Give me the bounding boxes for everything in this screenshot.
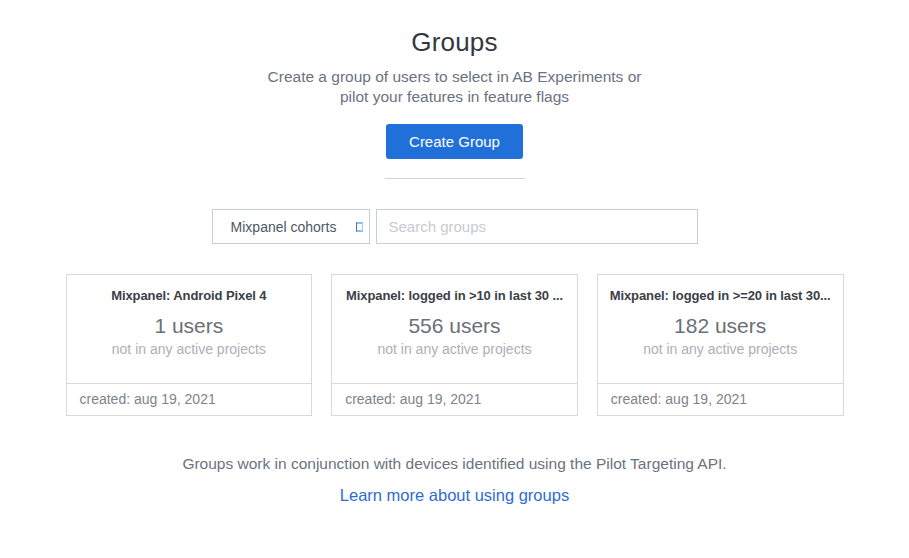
page-subtitle: Create a group of users to select in AB … [0,67,909,107]
divider [385,178,525,179]
group-card-title: Mixpanel: logged in >10 in last 30 ... [332,288,577,303]
group-card-body: Mixpanel: Android Pixel 4 1 users not in… [67,275,312,383]
group-card-list: Mixpanel: Android Pixel 4 1 users not in… [66,274,844,416]
learn-more-link[interactable]: Learn more about using groups [0,486,909,505]
group-card-body: Mixpanel: logged in >10 in last 30 ... 5… [332,275,577,383]
group-card-created: created: aug 19, 2021 [332,383,577,415]
group-card[interactable]: Mixpanel: Android Pixel 4 1 users not in… [66,274,313,416]
cohort-source-select[interactable]: Mixpanel cohorts [212,209,370,244]
page-title: Groups [0,27,909,58]
group-card[interactable]: Mixpanel: logged in >10 in last 30 ... 5… [331,274,578,416]
dropdown-indicator-icon [356,222,363,231]
group-card-users-count: 1 users [67,314,312,338]
group-card-created: created: aug 19, 2021 [598,383,843,415]
filter-bar: Mixpanel cohorts [212,209,698,244]
group-card[interactable]: Mixpanel: logged in >=20 in last 30... 1… [597,274,844,416]
group-card-users-count: 556 users [332,314,577,338]
footer-info-text: Groups work in conjunction with devices … [0,455,909,473]
page-header: Groups Create a group of users to select… [0,0,909,107]
create-group-button[interactable]: Create Group [386,124,523,159]
group-card-status: not in any active projects [332,341,577,357]
group-card-body: Mixpanel: logged in >=20 in last 30... 1… [598,275,843,383]
group-card-created: created: aug 19, 2021 [67,383,312,415]
group-card-status: not in any active projects [67,341,312,357]
group-card-title: Mixpanel: Android Pixel 4 [67,288,312,303]
group-card-title: Mixpanel: logged in >=20 in last 30... [598,288,843,303]
group-card-status: not in any active projects [598,341,843,357]
page-subtitle-line2: pilot your features in feature flags [0,87,909,107]
search-groups-input[interactable] [376,209,698,244]
group-card-users-count: 182 users [598,314,843,338]
cohort-source-select-value: Mixpanel cohorts [231,219,337,235]
page-subtitle-line1: Create a group of users to select in AB … [0,67,909,87]
